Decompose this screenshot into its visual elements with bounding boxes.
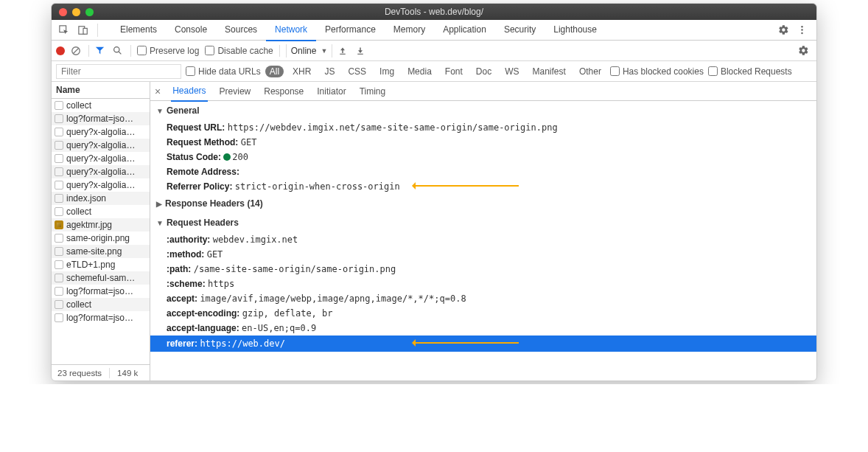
request-row[interactable]: collect (52, 99, 150, 112)
tab-memory[interactable]: Memory (385, 19, 434, 41)
request-row[interactable]: query?x-algolia… (52, 152, 150, 165)
type-img[interactable]: Img (375, 66, 399, 77)
hide-data-urls-label: Hide data URLs (198, 66, 261, 77)
request-rows[interactable]: collect log?format=jso… query?x-algolia…… (52, 99, 150, 364)
request-url-row: Request URL: https://webdev.imgix.net/sa… (150, 120, 816, 135)
request-row[interactable]: same-site.png (52, 245, 150, 258)
request-row[interactable]: collect (52, 298, 150, 311)
name-column-header[interactable]: Name (52, 82, 150, 99)
tab-network[interactable]: Network (266, 19, 316, 41)
network-settings-icon[interactable] (798, 45, 812, 56)
network-toolbar: Preserve log Disable cache Online ▼ (52, 41, 816, 61)
caret-down-icon: ▼ (156, 107, 164, 115)
type-xhr[interactable]: XHR (288, 66, 315, 77)
request-url-value: https://webdev.imgix.net/same-site-same-… (228, 122, 558, 133)
svg-point-5 (801, 32, 803, 35)
referrer-policy-row: Referrer Policy: strict-origin-when-cros… (150, 179, 816, 194)
request-row[interactable]: query?x-algolia… (52, 139, 150, 152)
minimize-window-button[interactable] (72, 8, 80, 16)
settings-icon[interactable] (778, 24, 789, 35)
type-media[interactable]: Media (403, 66, 436, 77)
referrer-policy-value: strict-origin-when-cross-origin (235, 181, 400, 192)
request-row[interactable]: eTLD+1.png (52, 258, 150, 271)
tab-initiator[interactable]: Initiator (315, 82, 347, 101)
device-toolbar-icon[interactable] (75, 22, 91, 38)
tab-preview[interactable]: Preview (218, 82, 253, 101)
svg-rect-10 (340, 53, 346, 54)
has-blocked-cookies-checkbox[interactable]: Has blocked cookies (610, 66, 704, 77)
tab-performance[interactable]: Performance (316, 19, 385, 41)
preserve-log-checkbox[interactable]: Preserve log (137, 46, 199, 56)
inspect-element-icon[interactable] (56, 22, 72, 38)
tab-security[interactable]: Security (495, 19, 545, 41)
request-row[interactable]: schemeful-sam… (52, 271, 150, 285)
separator (97, 24, 98, 37)
request-list: Name collect log?format=jso… query?x-alg… (52, 82, 150, 380)
filter-input[interactable] (56, 64, 181, 79)
clear-icon[interactable] (71, 46, 83, 56)
throttling-select[interactable]: Online ▼ (286, 44, 333, 58)
close-window-button[interactable] (59, 8, 67, 16)
request-name: collect (66, 299, 91, 310)
request-row[interactable]: same-origin.png (52, 232, 150, 245)
request-name: query?x-algolia… (66, 167, 135, 177)
status-bar: 23 requests 149 k (52, 364, 150, 380)
header-referer: referer: https://web.dev/ (150, 335, 816, 352)
blocked-requests-checkbox[interactable]: Blocked Requests (708, 66, 792, 77)
tab-elements[interactable]: Elements (111, 19, 166, 41)
section-request-headers[interactable]: ▼Request Headers (150, 213, 816, 232)
header-accept: accept: image/avif,image/webp,image/apng… (150, 291, 816, 306)
type-js[interactable]: JS (320, 66, 339, 77)
upload-har-icon[interactable] (338, 46, 350, 55)
disable-cache-checkbox[interactable]: Disable cache (205, 46, 273, 56)
tab-lighthouse[interactable]: Lighthouse (545, 19, 606, 41)
preserve-log-label: Preserve log (150, 46, 199, 56)
header-method: :method: GET (150, 247, 816, 262)
svg-line-9 (119, 52, 121, 54)
svg-point-8 (114, 47, 119, 52)
type-manifest[interactable]: Manifest (528, 66, 570, 77)
separator (88, 45, 89, 57)
request-row[interactable]: log?format=jso… (52, 311, 150, 324)
close-detail-icon[interactable]: × (155, 86, 161, 97)
type-all[interactable]: All (265, 66, 284, 77)
section-general[interactable]: ▼General (150, 101, 816, 120)
tab-sources[interactable]: Sources (216, 19, 266, 41)
request-row[interactable]: log?format=jso… (52, 285, 150, 298)
request-row[interactable]: index.json (52, 192, 150, 205)
request-name: query?x-algolia… (66, 140, 135, 150)
tab-headers[interactable]: Headers (171, 82, 207, 102)
tab-response[interactable]: Response (262, 82, 305, 101)
filter-toggle-icon[interactable] (95, 46, 107, 55)
tab-console[interactable]: Console (166, 19, 216, 41)
request-row[interactable]: collect (52, 205, 150, 218)
panel-tabs: Elements Console Sources Network Perform… (111, 19, 775, 41)
type-font[interactable]: Font (441, 66, 467, 77)
request-name: log?format=jso… (66, 114, 133, 124)
zoom-window-button[interactable] (85, 8, 94, 16)
request-detail: × Headers Preview Response Initiator Tim… (150, 82, 816, 380)
type-css[interactable]: CSS (343, 66, 371, 77)
request-name: log?format=jso… (66, 286, 133, 296)
search-icon[interactable] (113, 46, 125, 55)
more-menu-icon[interactable] (797, 24, 808, 35)
tab-timing[interactable]: Timing (358, 82, 388, 101)
type-ws[interactable]: WS (500, 66, 523, 77)
svg-rect-2 (83, 28, 87, 34)
type-other[interactable]: Other (575, 66, 606, 77)
type-doc[interactable]: Doc (472, 66, 496, 77)
separator (279, 45, 280, 57)
request-row[interactable]: query?x-algolia… (52, 165, 150, 178)
hide-data-urls-checkbox[interactable]: Hide data URLs (186, 66, 261, 77)
section-label: Request Headers (167, 218, 239, 228)
request-method-row: Request Method: GET (150, 135, 816, 150)
request-row[interactable]: log?format=jso… (52, 112, 150, 125)
request-row[interactable]: query?x-algolia… (52, 125, 150, 139)
tab-application[interactable]: Application (434, 19, 495, 41)
headers-panel[interactable]: ▼General Request URL: https://webdev.img… (150, 101, 816, 380)
request-row[interactable]: query?x-algolia… (52, 178, 150, 192)
request-row[interactable]: agektmr.jpg (52, 218, 150, 232)
download-har-icon[interactable] (356, 46, 368, 55)
record-button[interactable] (56, 46, 65, 55)
section-response-headers[interactable]: ▶Response Headers (14) (150, 194, 816, 213)
